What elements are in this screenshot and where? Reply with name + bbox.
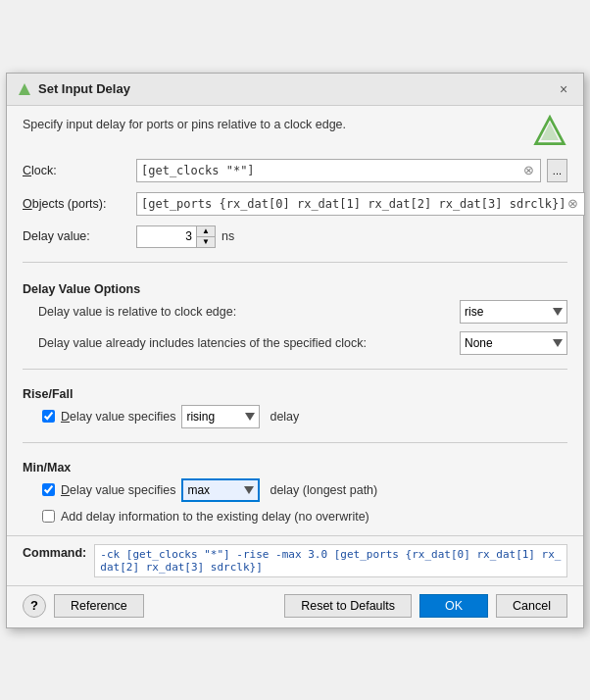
delay-unit: ns	[221, 229, 234, 243]
divider3	[23, 442, 567, 443]
help-button[interactable]: ?	[23, 594, 46, 618]
title-bar-left: Set Input Delay	[17, 81, 130, 97]
clock-clear-button[interactable]: ⊗	[521, 163, 536, 177]
delay-value-row: Delay value: ▲ ▼ ns	[23, 225, 567, 248]
dialog-description: Specify input delay for ports or pins re…	[23, 118, 346, 131]
relative-clock-label: Delay value is relative to clock edge:	[38, 305, 452, 319]
clock-value: [get_clocks "*"]	[141, 164, 521, 177]
delay-value-options-header: Delay Value Options	[23, 282, 567, 296]
relative-clock-row: Delay value is relative to clock edge: r…	[38, 300, 567, 324]
rise-fall-checkbox[interactable]	[42, 410, 55, 423]
title-bar: Set Input Delay ×	[7, 74, 583, 106]
app-icon	[17, 81, 32, 97]
reference-button[interactable]: Reference	[54, 594, 144, 618]
min-max-content: Delay value specifies max min delay (lon…	[23, 478, 567, 524]
latency-row: Delay value already includes latencies o…	[38, 331, 567, 355]
delay-input-wrap: ▲ ▼	[136, 225, 216, 248]
min-max-header: Min/Max	[23, 461, 567, 475]
spin-up-button[interactable]: ▲	[197, 226, 215, 237]
objects-value: [get_ports {rx_dat[0] rx_dat[1] rx_dat[2…	[141, 197, 565, 211]
dialog-body: Specify input delay for ports or pins re…	[7, 106, 583, 535]
footer-left: ? Reference	[23, 594, 144, 618]
command-label: Command:	[23, 546, 86, 560]
rise-fall-checkbox-row: Delay value specifies rising falling del…	[42, 405, 567, 428]
footer-right: Reset to Defaults OK Cancel	[284, 594, 567, 618]
min-max-checkbox1-row: Delay value specifies max min delay (lon…	[42, 478, 567, 502]
clock-browse-button[interactable]: ...	[547, 159, 567, 182]
clock-input-wrap: [get_clocks "*"] ⊗	[136, 159, 541, 182]
rise-fall-header: Rise/Fall	[23, 387, 567, 401]
cancel-button[interactable]: Cancel	[496, 594, 567, 618]
clock-label: Clock:	[23, 164, 130, 177]
footer: ? Reference Reset to Defaults OK Cancel	[7, 585, 583, 627]
delay-value-options-section: Delay Value Options Delay value is relat…	[23, 276, 567, 355]
rise-fall-section: Rise/Fall Delay value specifies rising f…	[23, 383, 567, 428]
spin-down-button[interactable]: ▼	[197, 237, 215, 247]
latency-select[interactable]: None source network	[460, 331, 567, 355]
min-max-after-label: delay (longest path)	[270, 483, 377, 497]
objects-clear-button[interactable]: ⊗	[565, 196, 580, 211]
min-max-select[interactable]: max min	[181, 478, 260, 502]
objects-row: Objects (ports): [get_ports {rx_dat[0] r…	[23, 192, 567, 216]
objects-label: Objects (ports):	[23, 197, 130, 211]
min-max-checkbox1[interactable]	[42, 483, 55, 496]
latency-label: Delay value already includes latencies o…	[38, 336, 452, 350]
min-max-checkbox2-label: Add delay information to the existing de…	[61, 510, 369, 524]
delay-label: Delay value:	[23, 229, 130, 243]
rise-fall-content: Delay value specifies rising falling del…	[23, 405, 567, 428]
objects-input-wrap: [get_ports {rx_dat[0] rx_dat[1] rx_dat[2…	[136, 192, 585, 216]
min-max-section: Min/Max Delay value specifies max min de…	[23, 457, 567, 524]
set-input-delay-dialog: Set Input Delay × Specify input delay fo…	[6, 73, 584, 628]
divider1	[23, 262, 567, 263]
min-max-checkbox1-label: Delay value specifies	[61, 483, 175, 497]
min-max-checkbox2-row: Add delay information to the existing de…	[42, 510, 567, 524]
command-area: Command: -ck [get_clocks "*"] -rise -max…	[7, 535, 583, 585]
rise-fall-after-label: delay	[270, 410, 299, 424]
app-logo	[532, 114, 567, 149]
min-max-checkbox2[interactable]	[42, 510, 55, 523]
svg-marker-0	[19, 83, 30, 95]
dialog-title: Set Input Delay	[38, 81, 130, 96]
delay-input[interactable]	[137, 227, 196, 245]
clock-row: Clock: [get_clocks "*"] ⊗ ...	[23, 159, 567, 182]
rise-fall-select[interactable]: rising falling	[181, 405, 260, 428]
reset-button[interactable]: Reset to Defaults	[284, 594, 412, 618]
divider2	[23, 369, 567, 370]
relative-clock-select[interactable]: rise fall	[460, 300, 567, 324]
close-button[interactable]: ×	[554, 79, 573, 99]
rise-fall-checkbox-label: Delay value specifies	[61, 410, 175, 424]
delay-value-options-content: Delay value is relative to clock edge: r…	[23, 300, 567, 355]
spinner-buttons: ▲ ▼	[196, 226, 215, 247]
command-text: -ck [get_clocks "*"] -rise -max 3.0 [get…	[94, 544, 567, 577]
ok-button[interactable]: OK	[419, 594, 488, 618]
